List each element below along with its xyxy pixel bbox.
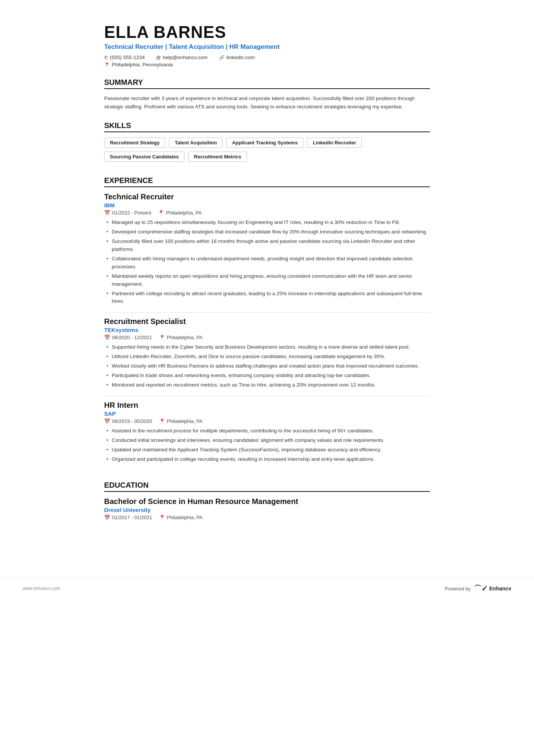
bullet-item: Managed up to 25 requisitions simultaneo… — [106, 219, 430, 227]
bullet-item: Updated and maintained the Applicant Tra… — [106, 446, 430, 454]
phone-contact: ✆ (555) 555-1234 — [104, 55, 145, 60]
bullet-item: Participated in trade shows and networki… — [106, 372, 430, 380]
bullet-item: Collaborated with hiring managers to und… — [106, 255, 430, 271]
bullet-item: Maintained weekly reports on open requis… — [106, 272, 430, 288]
education-title: EDUCATION — [104, 481, 430, 492]
edu-degree: Bachelor of Science in Human Resource Ma… — [104, 497, 430, 506]
loc-icon-edu: 📍 — [159, 515, 165, 520]
bullet-item: Monitored and reported on recruitment me… — [106, 381, 430, 389]
edu-dates: 📅 01/2017 - 01/2021 — [104, 515, 152, 520]
skill-tag: Recruitment Metrics — [188, 152, 247, 162]
company-2: TEKsystems — [104, 327, 430, 333]
bullet-item: Conducted initial screenings and intervi… — [106, 437, 430, 445]
job-location-2: 📍 Philadelphia, PA — [159, 335, 203, 340]
bullet-item: Utilized LinkedIn Recruiter, ZoomInfo, a… — [106, 353, 430, 361]
skills-title: SKILLS — [104, 121, 430, 132]
skill-tag: Talent Acquisition — [169, 138, 222, 148]
bullet-item: Organized and participated in college re… — [106, 455, 430, 463]
job-title-3: HR Intern — [104, 401, 430, 410]
footer-website: www.enhancv.com — [23, 586, 60, 591]
cal-icon-1: 📅 — [104, 210, 110, 216]
job-title-2: Recruitment Specialist — [104, 317, 430, 326]
job-title-1: Technical Recruiter — [104, 193, 430, 201]
bullet-item: Worked closely with HR Business Partners… — [106, 362, 430, 370]
bullet-item: Supported hiring needs in the Cyber Secu… — [106, 343, 430, 351]
phone-icon: ✆ — [104, 55, 108, 60]
job-block-2: Recruitment Specialist TEKsystems 📅 06/2… — [104, 317, 430, 396]
resume-header: ELLA BARNES Technical Recruiter | Talent… — [104, 23, 430, 67]
edu-meta: 📅 01/2017 - 01/2021 📍 Philadelphia, PA — [104, 515, 430, 520]
cal-icon-2: 📅 — [104, 335, 110, 340]
email-icon: @ — [156, 55, 161, 60]
skill-tag: Sourcing Passive Candidates — [104, 152, 184, 162]
bullet-item: Partnered with college recruiting to att… — [106, 290, 430, 306]
location-contact: 📍 Philadelphia, Pennsylvania — [104, 62, 173, 67]
cal-icon-edu: 📅 — [104, 515, 110, 520]
footer-brand: Powered by ⌒✓ Enhancv — [445, 584, 511, 594]
summary-text: Passionate recruiter with 3 years of exp… — [104, 94, 430, 111]
experience-title: EXPERIENCE — [104, 176, 430, 187]
contact-row-1: ✆ (555) 555-1234 @ help@enhancv.com 🔗 li… — [104, 55, 430, 60]
bullet-item: Successfully filled over 100 positions w… — [106, 238, 430, 254]
enhancv-logo: ⌒✓ Enhancv — [474, 584, 511, 594]
job-meta-1: 📅 01/2022 - Present 📍 Philadelphia, PA — [104, 210, 430, 216]
skills-grid: Recruitment Strategy Talent Acquisition … — [104, 138, 430, 166]
skill-tag: Recruitment Strategy — [104, 138, 165, 148]
location-icon: 📍 — [104, 62, 110, 67]
summary-title: SUMMARY — [104, 78, 430, 89]
job-dates-1: 📅 01/2022 - Present — [104, 210, 151, 216]
loc-icon-3: 📍 — [159, 418, 165, 424]
job-block-1: Technical Recruiter IBM 📅 01/2022 - Pres… — [104, 193, 430, 313]
company-1: IBM — [104, 202, 430, 208]
loc-icon-1: 📍 — [158, 210, 164, 216]
edu-school: Drexel University — [104, 507, 430, 513]
job-bullets-2: Supported hiring needs in the Cyber Secu… — [106, 343, 430, 389]
email-contact: @ help@enhancv.com — [156, 55, 208, 60]
linkedin-contact: 🔗 linkedin.com — [219, 55, 255, 60]
job-location-3: 📍 Philadelphia, PA — [159, 418, 203, 424]
job-meta-3: 📅 06/2019 - 05/2020 📍 Philadelphia, PA — [104, 418, 430, 424]
contact-row-2: 📍 Philadelphia, Pennsylvania — [104, 62, 430, 67]
skills-section: SKILLS Recruitment Strategy Talent Acqui… — [104, 121, 430, 166]
cal-icon-3: 📅 — [104, 418, 110, 424]
loc-icon-2: 📍 — [159, 335, 165, 340]
job-bullets-3: Assisted in the recruitment process for … — [106, 427, 430, 463]
job-dates-2: 📅 06/2020 - 12/2021 — [104, 335, 152, 340]
job-block-3: HR Intern SAP 📅 06/2019 - 05/2020 📍 Phil… — [104, 401, 430, 470]
education-section: EDUCATION Bachelor of Science in Human R… — [104, 481, 430, 520]
bullet-item: Assisted in the recruitment process for … — [106, 427, 430, 435]
job-bullets-1: Managed up to 25 requisitions simultaneo… — [106, 219, 430, 305]
job-dates-3: 📅 06/2019 - 05/2020 — [104, 418, 152, 424]
job-meta-2: 📅 06/2020 - 12/2021 📍 Philadelphia, PA — [104, 335, 430, 340]
summary-section: SUMMARY Passionate recruiter with 3 year… — [104, 78, 430, 111]
enhancv-icon: ⌒✓ — [474, 584, 488, 594]
company-3: SAP — [104, 410, 430, 417]
candidate-title: Technical Recruiter | Talent Acquisition… — [104, 43, 430, 51]
job-location-1: 📍 Philadelphia, PA — [158, 210, 201, 216]
bullet-item: Developed comprehensive staffing strateg… — [106, 228, 430, 236]
skill-tag: Applicant Tracking Systems — [226, 138, 303, 148]
candidate-name: ELLA BARNES — [104, 23, 430, 42]
edu-location: 📍 Philadelphia, PA — [159, 515, 203, 520]
experience-section: EXPERIENCE Technical Recruiter IBM 📅 01/… — [104, 176, 430, 470]
page-footer: www.enhancv.com Powered by ⌒✓ Enhancv — [0, 576, 534, 601]
link-icon: 🔗 — [219, 55, 225, 60]
powered-by-text: Powered by — [445, 586, 471, 592]
skill-tag: LinkedIn Recruiter — [307, 138, 362, 148]
